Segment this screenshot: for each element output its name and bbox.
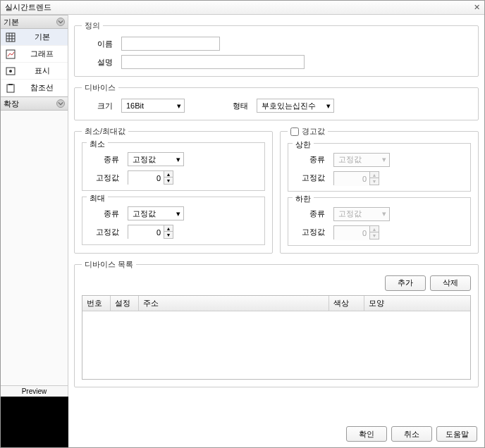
select-value: 16Bit (126, 101, 144, 110)
lower-kind-select: 고정값 ▾ (333, 207, 390, 221)
sidebar: 기본 기본 그래프 표시 참조선 (1, 15, 68, 447)
sidebar-group-label: 확장 (4, 99, 19, 109)
sidebar-item-label: 그래프 (20, 49, 63, 59)
desc-input[interactable] (121, 55, 305, 69)
spinner-input (334, 172, 369, 186)
upper-kind-select: 고정값 ▾ (333, 153, 390, 167)
group-legend: 디바이스 목록 (82, 259, 136, 270)
spin-down-icon: ▼ (370, 232, 379, 239)
sidebar-group-label: 기본 (4, 17, 19, 27)
help-button[interactable]: 도움말 (436, 426, 477, 442)
sidebar-group-basic[interactable]: 기본 (1, 15, 68, 29)
spin-up-icon[interactable]: ▲ (164, 171, 173, 178)
col-address[interactable]: 주소 (139, 296, 329, 311)
window-title: 실시간트렌드 (5, 2, 51, 13)
type-select[interactable]: 부호있는십진수 ▾ (257, 99, 334, 113)
sidebar-item-label: 참조선 (20, 82, 63, 93)
chevron-down-icon: ▾ (176, 209, 180, 218)
group-legend: 정의 (82, 20, 103, 31)
min-kind-select[interactable]: 고정값 ▾ (128, 152, 184, 166)
col-shape[interactable]: 모양 (364, 296, 470, 311)
add-button[interactable]: 추가 (385, 275, 426, 291)
select-value: 고정값 (338, 154, 362, 165)
grid-body (82, 311, 470, 379)
select-value: 고정값 (133, 209, 156, 219)
sidebar-item-display[interactable]: 표시 (1, 63, 68, 80)
col-no[interactable]: 번호 (82, 296, 111, 311)
sidebar-item-basic[interactable]: 기본 (1, 29, 68, 46)
svg-rect-9 (8, 84, 13, 85)
minmax-group: 최소/최대값 최소 종류 고정값 ▾ (74, 126, 273, 254)
chevron-down-icon: ▾ (382, 155, 386, 164)
chevron-down-icon: ▾ (382, 209, 386, 218)
inner-legend: 하한 (293, 194, 314, 204)
kind-label: 종류 (88, 154, 122, 165)
name-label: 이름 (82, 39, 116, 49)
col-color[interactable]: 색상 (329, 296, 364, 311)
upper-fixed-spinner: ▲▼ (333, 171, 379, 185)
spinner-input[interactable] (128, 225, 164, 239)
chevron-down-icon: ▾ (177, 101, 181, 111)
upper-group: 상한 종류 고정값 ▾ 고정값 (288, 143, 471, 192)
fixed-label: 고정값 (294, 173, 328, 183)
group-legend: 최소/최대값 (82, 126, 128, 137)
chart-icon (5, 49, 16, 60)
display-icon (5, 66, 16, 77)
select-value: 고정값 (338, 209, 362, 219)
size-label: 크기 (82, 101, 116, 111)
type-label: 형태 (217, 101, 251, 111)
sidebar-items: 기본 그래프 표시 참조선 (1, 29, 68, 97)
spin-up-icon: ▲ (370, 226, 379, 232)
spinner-input[interactable] (128, 171, 164, 185)
spin-up-icon[interactable]: ▲ (164, 225, 173, 232)
max-group: 최대 종류 고정값 ▾ 고정값 (82, 197, 265, 245)
sidebar-item-graph[interactable]: 그래프 (1, 46, 68, 63)
size-select[interactable]: 16Bit ▾ (121, 99, 185, 113)
col-setting[interactable]: 설정 (111, 296, 139, 311)
device-group: 디바이스 크기 16Bit ▾ 형태 부호있는십진수 ▾ (74, 82, 479, 120)
preview-label: Preview (1, 386, 68, 397)
preview-box (1, 397, 68, 447)
ok-button[interactable]: 확인 (346, 426, 387, 442)
alert-group: 경고값 상한 종류 고정값 ▾ (280, 126, 479, 254)
name-input[interactable] (121, 37, 220, 51)
inner-legend: 최대 (87, 193, 108, 204)
spin-down-icon[interactable]: ▼ (164, 232, 173, 238)
max-kind-select[interactable]: 고정값 ▾ (128, 206, 184, 220)
svg-rect-8 (7, 85, 14, 92)
chevron-down-icon: ▾ (326, 101, 331, 111)
sidebar-item-label: 기본 (20, 32, 63, 42)
kind-label: 종류 (294, 154, 328, 165)
alert-checkbox[interactable] (290, 127, 299, 136)
spinner-input (334, 226, 369, 240)
chevron-down-icon (56, 18, 65, 26)
select-value: 고정값 (133, 154, 156, 165)
main-panel: 정의 이름 설명 디바이스 크기 16Bit ▾ (68, 15, 484, 447)
dialog-buttons: 확인 취소 도움말 (346, 426, 477, 442)
min-fixed-spinner[interactable]: ▲▼ (128, 170, 173, 185)
preview-area: Preview (1, 385, 68, 447)
desc-label: 설명 (82, 57, 116, 68)
spin-up-icon: ▲ (370, 172, 379, 178)
sidebar-item-refline[interactable]: 참조선 (1, 80, 68, 97)
clipboard-icon (5, 82, 16, 94)
spin-down-icon[interactable]: ▼ (164, 178, 173, 184)
svg-point-7 (9, 70, 12, 73)
device-grid[interactable]: 번호 설정 주소 색상 모양 (82, 295, 471, 380)
sidebar-group-expand[interactable]: 확장 (1, 97, 68, 111)
fixed-label: 고정값 (88, 173, 122, 183)
titlebar: 실시간트렌드 ✕ (1, 1, 484, 15)
svg-rect-0 (6, 33, 15, 42)
fixed-label: 고정값 (88, 227, 122, 237)
close-icon[interactable]: ✕ (474, 3, 480, 12)
definition-group: 정의 이름 설명 (74, 20, 479, 77)
chevron-down-icon: ▾ (176, 155, 180, 164)
group-legend: 경고값 (288, 126, 328, 137)
group-legend: 디바이스 (82, 82, 118, 93)
max-fixed-spinner[interactable]: ▲▼ (128, 225, 173, 239)
delete-button[interactable]: 삭제 (430, 275, 471, 291)
inner-legend: 상한 (293, 139, 314, 150)
grid-header: 번호 설정 주소 색상 모양 (82, 296, 470, 311)
device-list-group: 디바이스 목록 추가 삭제 번호 설정 주소 색상 모양 (74, 259, 479, 387)
cancel-button[interactable]: 취소 (391, 426, 432, 442)
